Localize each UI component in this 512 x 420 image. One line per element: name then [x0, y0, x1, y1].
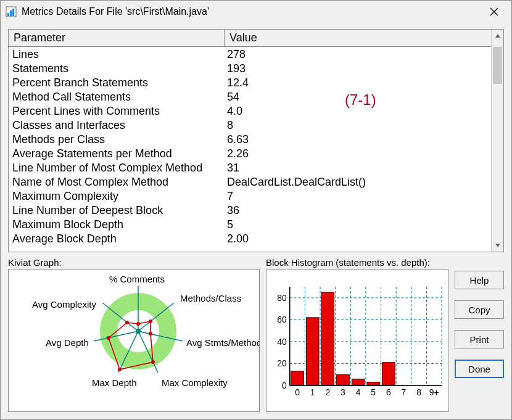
- histogram-panel: Block Histogram (statements vs. depth): …: [266, 257, 448, 412]
- chevron-down-icon: [495, 242, 501, 249]
- kiviat-panel: Kiviat Graph:: [8, 257, 260, 412]
- kiviat-axis-stmts: Avg Stmts/Method: [186, 337, 260, 348]
- table-row[interactable]: Methods per Class6.63: [9, 133, 491, 147]
- close-button[interactable]: [482, 3, 506, 20]
- parameter-cell: Statements: [9, 62, 225, 76]
- kiviat-axis-methods: Methods/Class: [180, 293, 241, 303]
- table-row[interactable]: Classes and Interfaces8: [9, 119, 491, 133]
- svg-rect-49: [321, 292, 334, 385]
- svg-rect-48: [306, 318, 319, 385]
- parameter-cell: Average Statements per Method: [9, 147, 225, 162]
- table-row[interactable]: Percent Lines with Comments4.0: [9, 105, 491, 119]
- svg-point-19: [136, 322, 140, 326]
- svg-text:0: 0: [295, 387, 300, 397]
- parameter-cell: Line Number of Most Complex Method: [9, 162, 225, 176]
- svg-rect-53: [382, 363, 395, 385]
- parameter-cell: Percent Branch Statements: [9, 76, 225, 91]
- svg-rect-2: [10, 10, 12, 16]
- svg-text:2: 2: [325, 387, 330, 397]
- parameter-cell: Maximum Block Depth: [9, 218, 225, 233]
- svg-point-24: [107, 336, 110, 340]
- parameter-cell: Lines: [9, 48, 225, 62]
- value-cell: 2.00: [225, 233, 491, 247]
- overlay-annotation: (7-1): [345, 91, 376, 109]
- help-button[interactable]: Help: [455, 271, 504, 289]
- kiviat-axis-maxcomp: Max Complexity: [162, 377, 228, 388]
- parameter-cell: Line Number of Deepest Block: [9, 204, 225, 218]
- table-row[interactable]: Statements193: [9, 62, 491, 76]
- print-button[interactable]: Print: [455, 330, 504, 348]
- col-value[interactable]: Value: [225, 30, 491, 46]
- table-header: Parameter Value: [9, 30, 491, 47]
- parameter-cell: Methods per Class: [9, 133, 225, 147]
- vertical-scrollbar[interactable]: [491, 30, 503, 252]
- svg-text:1: 1: [310, 387, 315, 397]
- table-row[interactable]: Average Block Depth2.00: [9, 233, 491, 247]
- table-row[interactable]: Average Statements per Method2.26: [9, 147, 491, 162]
- kiviat-axis-avgdepth: Avg Depth: [46, 337, 89, 348]
- kiviat-axis-avgcomp: Avg Complexity: [32, 299, 96, 310]
- svg-rect-1: [7, 13, 9, 16]
- parameter-cell: Method Call Statements: [9, 91, 225, 105]
- table-row[interactable]: Percent Branch Statements12.4: [9, 76, 491, 91]
- svg-text:3: 3: [341, 387, 345, 397]
- svg-rect-3: [12, 9, 14, 16]
- svg-text:7: 7: [402, 387, 407, 397]
- table-row[interactable]: Line Number of Deepest Block36: [9, 204, 491, 218]
- table-row[interactable]: Line Number of Most Complex Method31: [9, 162, 491, 176]
- titlebar: Metrics Details For File 'src\First\Main…: [1, 1, 511, 23]
- svg-text:40: 40: [277, 337, 287, 347]
- histogram-label: Block Histogram (statements vs. depth):: [266, 257, 448, 268]
- copy-button[interactable]: Copy: [455, 300, 504, 319]
- svg-rect-51: [352, 379, 365, 385]
- svg-rect-52: [367, 382, 380, 385]
- scroll-down-arrow[interactable]: [492, 239, 503, 252]
- svg-text:60: 60: [277, 315, 287, 324]
- svg-point-23: [118, 368, 122, 371]
- value-cell: 193: [225, 62, 491, 76]
- value-cell: 31: [225, 162, 491, 176]
- svg-marker-6: [495, 34, 500, 38]
- svg-text:5: 5: [371, 387, 376, 397]
- table-row[interactable]: Maximum Block Depth5: [9, 218, 491, 233]
- value-cell: DealCardList.DealCardList(): [225, 176, 491, 190]
- parameter-cell: Percent Lines with Comments: [9, 105, 225, 119]
- table-row[interactable]: Name of Most Complex MethodDealCardList.…: [9, 176, 491, 190]
- kiviat-axis-maxdepth: Max Depth: [92, 377, 137, 388]
- svg-text:4: 4: [356, 387, 361, 397]
- svg-text:20: 20: [277, 358, 287, 368]
- table-row[interactable]: Maximum Complexity7: [9, 190, 491, 204]
- col-parameter[interactable]: Parameter: [9, 30, 225, 46]
- chevron-up-icon: [495, 33, 501, 39]
- svg-rect-50: [337, 374, 350, 385]
- parameter-cell: Classes and Interfaces: [9, 119, 225, 133]
- window-title: Metrics Details For File 'src\First\Main…: [22, 6, 482, 17]
- scroll-up-arrow[interactable]: [492, 30, 503, 42]
- value-cell: 36: [225, 204, 491, 218]
- content-area: Parameter Value Lines278Statements193Per…: [1, 23, 511, 419]
- done-button[interactable]: Done: [455, 360, 504, 378]
- value-cell: 278: [225, 48, 491, 62]
- svg-text:80: 80: [277, 293, 287, 303]
- histogram-chart: 0204060800123456789+: [266, 269, 448, 412]
- metrics-table: Parameter Value Lines278Statements193Per…: [8, 29, 504, 252]
- button-column: Help Copy Print Done: [455, 257, 504, 412]
- kiviat-graph: % Comments Methods/Class Avg Stmts/Metho…: [8, 269, 260, 412]
- window: Metrics Details For File 'src\First\Main…: [0, 0, 512, 420]
- value-cell: 7: [225, 190, 491, 204]
- value-cell: 12.4: [225, 76, 491, 91]
- table-row[interactable]: Lines278: [9, 48, 491, 62]
- svg-point-22: [151, 360, 155, 364]
- table-row[interactable]: Method Call Statements54: [9, 91, 491, 105]
- value-cell: 2.26: [225, 147, 491, 162]
- svg-text:0: 0: [282, 381, 287, 390]
- value-cell: 8: [225, 119, 491, 133]
- svg-marker-7: [495, 244, 500, 247]
- svg-point-20: [149, 319, 152, 323]
- kiviat-axis-comments: % Comments: [109, 274, 165, 284]
- value-cell: 5: [225, 218, 491, 233]
- scroll-thumb[interactable]: [493, 47, 502, 84]
- bottom-row: Kiviat Graph:: [8, 257, 504, 412]
- svg-point-25: [125, 321, 129, 324]
- parameter-cell: Maximum Complexity: [9, 190, 225, 204]
